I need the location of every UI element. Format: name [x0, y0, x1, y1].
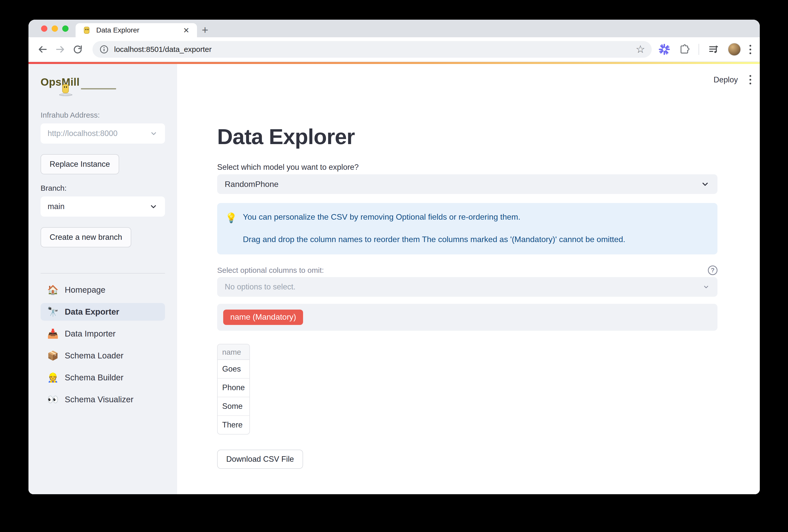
column-order-container: name (Mandatory) [217, 304, 717, 331]
back-icon[interactable] [37, 44, 48, 55]
chevron-down-icon [702, 283, 710, 291]
browser-tab[interactable]: Data Explorer ✕ [76, 23, 197, 37]
table-header: name [218, 344, 250, 360]
sidebar-item-label: Data Exporter [65, 307, 119, 317]
sidebar-item-schema-loader[interactable]: 📦 Schema Loader [41, 347, 165, 364]
opsmill-mascot-icon [58, 84, 75, 96]
profile-avatar[interactable] [728, 43, 741, 56]
deploy-button[interactable]: Deploy [714, 75, 738, 84]
site-info-icon[interactable] [99, 44, 109, 54]
telescope-icon: 🔭 [47, 307, 59, 317]
browser-window: Data Explorer ✕ + localhost:8501/data_ex… [28, 20, 760, 494]
omit-columns-placeholder: No options to select. [225, 282, 296, 292]
table-row: There [218, 416, 250, 434]
sidebar-item-data-exporter[interactable]: 🔭 Data Exporter [41, 303, 165, 321]
infrahub-address-label: Infrahub Address: [41, 111, 165, 119]
app-menu-icon[interactable] [749, 75, 751, 84]
bookmark-star-icon[interactable]: ☆ [636, 44, 645, 54]
info-box: 💡 You can personalize the CSV by removin… [217, 203, 717, 254]
browser-toolbar: localhost:8501/data_exporter ☆ [28, 37, 760, 62]
chevron-down-icon [149, 202, 158, 211]
streamlit-decoration-bar [28, 62, 760, 64]
house-icon: 🏠 [47, 284, 59, 295]
url-bar[interactable]: localhost:8501/data_exporter ☆ [93, 41, 652, 58]
new-tab-button[interactable]: + [202, 24, 208, 36]
logo-tagline [81, 88, 116, 90]
inbox-tray-icon: 📥 [47, 329, 59, 339]
close-window-button[interactable] [41, 25, 47, 32]
sidebar-item-label: Schema Visualizer [65, 395, 134, 404]
light-bulb-icon: 💡 [225, 212, 237, 224]
traffic-lights [41, 25, 68, 32]
help-icon[interactable]: ? [708, 265, 717, 275]
url-text: localhost:8501/data_exporter [114, 45, 636, 54]
model-select[interactable]: RandomPhone [217, 174, 717, 194]
table-row: Phone [218, 379, 250, 397]
page-title: Data Explorer [217, 124, 717, 149]
branch-select[interactable]: main [41, 196, 165, 217]
preview-table: name Goes Phone Some There [217, 344, 250, 434]
sidebar-item-label: Homepage [65, 285, 105, 295]
minimize-window-button[interactable] [52, 25, 58, 32]
sidebar-item-label: Data Importer [65, 329, 116, 338]
branch-label: Branch: [41, 184, 165, 193]
branch-select-value: main [47, 202, 64, 211]
chevron-down-icon [150, 129, 158, 138]
chevron-down-icon [700, 179, 710, 189]
sidebar-item-schema-builder[interactable]: 👷 Schema Builder [41, 369, 165, 387]
extensions-puzzle-icon[interactable] [679, 44, 690, 55]
construction-worker-icon: 👷 [47, 372, 59, 383]
sidebar-item-schema-visualizer[interactable]: 👀 Schema Visualizer [41, 391, 165, 408]
info-line-1: You can personalize the CSV by removing … [243, 212, 520, 222]
omit-columns-multiselect[interactable]: No options to select. [217, 277, 717, 297]
sidebar-item-data-importer[interactable]: 📥 Data Importer [41, 325, 165, 342]
tab-title: Data Explorer [96, 26, 182, 34]
table-row: Some [218, 397, 250, 416]
sidebar-divider [41, 273, 165, 274]
model-select-value: RandomPhone [225, 180, 278, 189]
reload-icon[interactable] [72, 44, 83, 55]
browser-menu-icon[interactable] [749, 45, 751, 54]
omit-columns-label: Select optional columns to omit: [217, 266, 324, 275]
infrahub-address-placeholder: http://localhost:8000 [47, 129, 117, 138]
main-area: Deploy Data Explorer Select which model … [177, 64, 760, 494]
extension-spinner-icon[interactable] [658, 43, 670, 55]
forward-icon[interactable] [55, 44, 66, 55]
toolbar-separator [698, 44, 699, 55]
sidebar: OpsMill Infrahub Address: http://localho… [28, 64, 177, 494]
sidebar-item-homepage[interactable]: 🏠 Homepage [41, 281, 165, 299]
info-line-2: Drag and drop the column names to reorde… [225, 234, 707, 245]
favicon-icon [82, 26, 91, 35]
zoom-window-button[interactable] [62, 25, 68, 32]
table-row: Goes [218, 360, 250, 379]
model-select-label: Select which model you want to explore? [217, 163, 717, 172]
download-csv-button[interactable]: Download CSV File [217, 450, 303, 469]
tab-bar: Data Explorer ✕ + [28, 20, 760, 37]
eyes-icon: 👀 [47, 394, 59, 405]
replace-instance-button[interactable]: Replace Instance [41, 154, 119, 174]
mandatory-column-pill[interactable]: name (Mandatory) [223, 310, 303, 325]
infrahub-address-input[interactable]: http://localhost:8000 [41, 123, 165, 143]
opsmill-logo: OpsMill [41, 76, 165, 92]
create-branch-button[interactable]: Create a new branch [41, 227, 131, 248]
sidebar-item-label: Schema Loader [65, 351, 123, 360]
tab-close-icon[interactable]: ✕ [182, 26, 191, 35]
package-icon: 📦 [47, 350, 59, 361]
media-playlist-icon[interactable] [708, 44, 719, 55]
sidebar-item-label: Schema Builder [65, 373, 123, 382]
